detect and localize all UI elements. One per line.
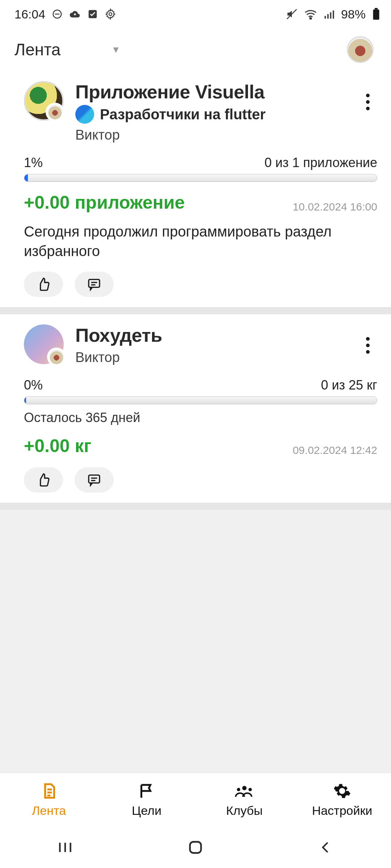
svg-point-5 [310, 18, 311, 19]
more-vertical-icon [366, 94, 370, 110]
gear-icon [333, 782, 351, 800]
post-avatar[interactable] [24, 324, 64, 364]
thumbs-up-icon [36, 473, 51, 487]
post-delta: +0.00 кг [24, 435, 91, 456]
more-vertical-icon [366, 337, 370, 354]
android-home-button[interactable] [159, 837, 232, 858]
settings-icon [105, 8, 116, 20]
recents-icon [57, 839, 73, 855]
top-bar: Лента ▼ [0, 28, 391, 71]
progress-fill [24, 397, 26, 404]
svg-point-3 [109, 13, 112, 16]
post-timestamp: 09.02.2024 12:42 [293, 444, 377, 456]
android-recents-button[interactable] [29, 837, 101, 858]
do-not-disturb-icon [52, 9, 63, 20]
progress-of: 0 из 25 кг [321, 378, 377, 393]
like-button[interactable] [24, 272, 63, 297]
svg-rect-11 [375, 8, 378, 9]
comment-icon [87, 473, 101, 487]
svg-point-23 [248, 788, 252, 791]
comment-button[interactable] [75, 467, 114, 493]
nav-feed-label: Лента [32, 804, 66, 818]
nav-feed[interactable]: Лента [0, 773, 98, 827]
progress-bar [24, 396, 377, 404]
status-time: 16:04 [14, 7, 45, 21]
post-title[interactable]: Приложение Visuella [75, 81, 377, 103]
feed: Приложение Visuella Разработчики на flut… [0, 71, 391, 828]
progress-pct: 1% [24, 155, 43, 170]
svg-point-21 [242, 786, 247, 790]
feed-card: Приложение Visuella Разработчики на flut… [0, 71, 391, 307]
svg-rect-15 [89, 475, 100, 483]
svg-rect-7 [327, 14, 329, 19]
post-more-button[interactable] [357, 91, 379, 113]
nav-goals-label: Цели [132, 804, 161, 818]
svg-rect-27 [190, 842, 201, 853]
nav-goals[interactable]: Цели [98, 773, 196, 827]
svg-rect-9 [333, 10, 334, 19]
post-author[interactable]: Виктор [75, 127, 377, 143]
post-timestamp: 10.02.2024 16:00 [293, 201, 377, 213]
battery-icon [372, 8, 380, 20]
mute-icon [286, 8, 298, 20]
feed-dropdown-label: Лента [14, 40, 60, 59]
chevron-down-icon: ▼ [111, 44, 121, 55]
post-delta: +0.00 приложение [24, 192, 185, 213]
android-back-button[interactable] [290, 837, 362, 858]
svg-rect-10 [373, 9, 379, 20]
nav-clubs[interactable]: Клубы [196, 773, 293, 827]
post-subtitle[interactable]: Разработчики на flutter [100, 106, 266, 123]
feed-dropdown[interactable]: Лента ▼ [14, 40, 121, 59]
checkbox-icon [87, 9, 98, 20]
post-app-badge-icon [47, 348, 66, 366]
wifi-icon [304, 9, 317, 20]
comment-icon [87, 277, 101, 292]
svg-rect-8 [330, 12, 331, 19]
bottom-nav: Лента Цели Клубы Настройки [0, 773, 391, 827]
people-icon [234, 782, 255, 800]
days-left: Осталось 365 дней [24, 410, 377, 425]
post-avatar[interactable] [24, 81, 64, 121]
thumbs-up-icon [36, 277, 51, 292]
progress-fill [24, 174, 28, 182]
progress-of: 0 из 1 приложение [265, 155, 377, 170]
post-author[interactable]: Виктор [75, 350, 377, 365]
progress-bar [24, 174, 377, 182]
status-bar: 16:04 98% [0, 0, 391, 28]
svg-rect-12 [89, 280, 100, 288]
progress-pct: 0% [24, 378, 43, 393]
feed-icon [40, 782, 58, 800]
nav-clubs-label: Клубы [226, 804, 263, 818]
comment-button[interactable] [75, 272, 114, 297]
status-battery-pct: 98% [341, 7, 366, 21]
feed-card: Похудеть Виктор 0% 0 из 25 кг Осталось 3… [0, 314, 391, 503]
post-app-badge-icon [46, 103, 64, 122]
flutter-icon [75, 105, 94, 124]
svg-rect-6 [324, 16, 326, 19]
svg-point-22 [237, 788, 240, 791]
profile-avatar[interactable] [347, 36, 374, 63]
flag-icon [138, 782, 156, 800]
like-button[interactable] [24, 467, 63, 493]
back-icon [319, 840, 333, 855]
home-icon [187, 839, 204, 856]
android-nav-bar [0, 827, 391, 868]
post-text: Сегодня продолжил программировать раздел… [24, 222, 377, 261]
cloud-download-icon [69, 8, 81, 20]
nav-settings-label: Настройки [312, 804, 373, 818]
cell-signal-icon [324, 9, 335, 20]
post-more-button[interactable] [357, 335, 379, 356]
post-title[interactable]: Похудеть [75, 324, 377, 346]
nav-settings[interactable]: Настройки [293, 773, 391, 827]
